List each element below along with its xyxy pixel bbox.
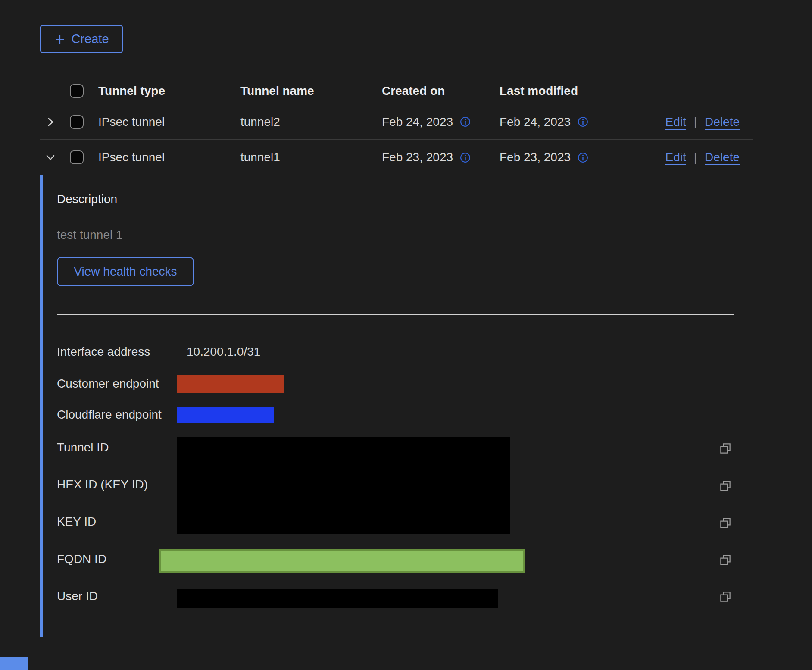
copy-user-id-button[interactable] bbox=[719, 590, 732, 603]
edit-link[interactable]: Edit bbox=[665, 115, 686, 129]
delete-link[interactable]: Delete bbox=[705, 115, 740, 129]
row-checkbox[interactable] bbox=[70, 115, 84, 129]
copy-icon bbox=[719, 554, 732, 567]
select-all-checkbox[interactable] bbox=[70, 84, 84, 98]
created-on-cell: Feb 24, 2023 bbox=[382, 115, 453, 129]
copy-icon bbox=[719, 479, 732, 492]
create-button[interactable]: Create bbox=[40, 25, 123, 53]
tunnels-page: Create Tunnel type Tunnel name Created o… bbox=[0, 0, 812, 670]
info-icon[interactable] bbox=[460, 152, 471, 163]
row-checkbox[interactable] bbox=[70, 150, 84, 164]
table-row-tunnel1: IPsec tunnel tunnel1 Feb 23, 2023 Feb 23… bbox=[40, 140, 753, 175]
collapse-row-button[interactable] bbox=[45, 152, 56, 163]
copy-hex-id-button[interactable] bbox=[719, 479, 732, 492]
tunnels-table: Tunnel type Tunnel name Created on Last … bbox=[40, 78, 753, 175]
copy-tunnel-id-button[interactable] bbox=[719, 442, 732, 455]
last-modified-cell: Feb 24, 2023 bbox=[500, 115, 571, 129]
chevron-right-icon bbox=[45, 116, 56, 128]
cloudflare-endpoint-redaction bbox=[177, 407, 274, 423]
hex-id-label: HEX ID (KEY ID) bbox=[57, 477, 148, 492]
actions-separator: | bbox=[694, 150, 697, 164]
interface-address-value: 10.200.1.0/31 bbox=[187, 344, 260, 359]
chevron-down-icon bbox=[45, 152, 56, 163]
tunnel-name-cell: tunnel2 bbox=[240, 115, 382, 129]
description-value: test tunnel 1 bbox=[57, 228, 123, 242]
header-tunnel-name: Tunnel name bbox=[240, 84, 382, 98]
tunnel-id-label: Tunnel ID bbox=[57, 440, 109, 455]
customer-endpoint-redaction bbox=[177, 375, 284, 393]
table-row-tunnel2: IPsec tunnel tunnel2 Feb 24, 2023 Feb 24… bbox=[40, 104, 753, 140]
expand-row-button[interactable] bbox=[45, 116, 56, 128]
header-checkbox-cell bbox=[70, 84, 98, 98]
copy-icon bbox=[719, 590, 732, 603]
copy-icon bbox=[719, 517, 732, 529]
actions-separator: | bbox=[694, 115, 697, 129]
header-last-modified: Last modified bbox=[500, 84, 629, 98]
edit-link[interactable]: Edit bbox=[665, 150, 686, 164]
info-icon[interactable] bbox=[578, 152, 588, 163]
key-id-label: KEY ID bbox=[57, 514, 96, 529]
user-id-label: User ID bbox=[57, 589, 98, 604]
copy-fqdn-id-button[interactable] bbox=[719, 554, 732, 567]
fqdn-id-redaction bbox=[159, 549, 525, 573]
interface-address-label: Interface address bbox=[57, 344, 150, 359]
expanded-row-accent-bar bbox=[40, 175, 43, 637]
header-created-on: Created on bbox=[382, 84, 500, 98]
view-health-checks-button[interactable]: View health checks bbox=[57, 257, 194, 286]
cloudflare-endpoint-label: Cloudflare endpoint bbox=[57, 407, 162, 422]
ids-redaction-block bbox=[177, 437, 510, 534]
copy-icon bbox=[719, 442, 732, 455]
tunnel-type-cell: IPsec tunnel bbox=[98, 150, 240, 164]
tunnel-name-cell: tunnel1 bbox=[240, 150, 382, 164]
description-label: Description bbox=[57, 192, 117, 206]
expanded-panel-bottom-border bbox=[40, 637, 753, 637]
info-icon[interactable] bbox=[578, 116, 588, 127]
user-id-redaction bbox=[177, 589, 498, 608]
delete-link[interactable]: Delete bbox=[705, 150, 740, 164]
bottom-left-accent-fragment bbox=[0, 657, 28, 670]
header-tunnel-type: Tunnel type bbox=[98, 84, 240, 98]
create-button-label: Create bbox=[71, 32, 109, 46]
customer-endpoint-label: Customer endpoint bbox=[57, 376, 159, 391]
last-modified-cell: Feb 23, 2023 bbox=[500, 150, 571, 164]
section-divider bbox=[57, 314, 734, 315]
tunnel-type-cell: IPsec tunnel bbox=[98, 115, 240, 129]
info-icon[interactable] bbox=[460, 116, 471, 127]
plus-icon bbox=[54, 33, 66, 45]
fqdn-id-label: FQDN ID bbox=[57, 552, 106, 567]
created-on-cell: Feb 23, 2023 bbox=[382, 150, 453, 164]
copy-key-id-button[interactable] bbox=[719, 517, 732, 529]
table-header-row: Tunnel type Tunnel name Created on Last … bbox=[40, 78, 753, 104]
